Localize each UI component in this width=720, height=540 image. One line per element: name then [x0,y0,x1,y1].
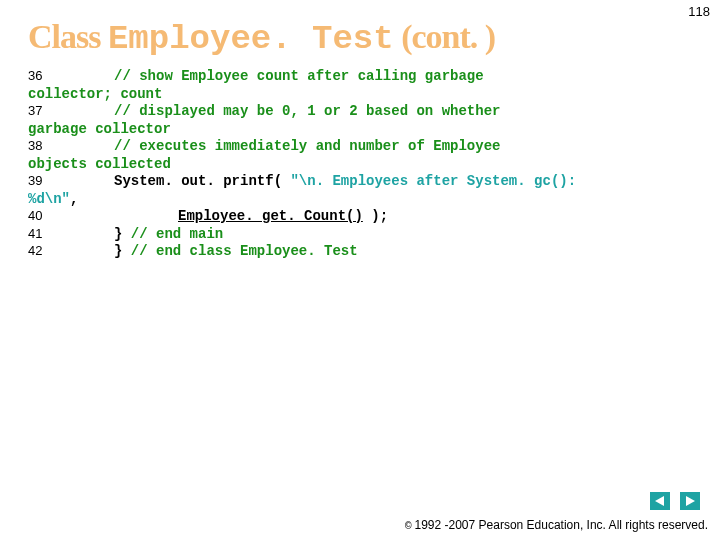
code-stmt: } [114,226,131,242]
code-wrap-37: garbage collector [28,121,700,139]
line-number: 39 [28,173,114,189]
nav-buttons [650,492,700,510]
line-number: 40 [28,208,178,224]
code-comment: // show Employee count after calling gar… [114,68,484,84]
footer-text: 1992 -2007 Pearson Education, Inc. All r… [414,518,708,532]
code-line-40: 40Employee. get. Count() ); [28,208,700,226]
code-line-37: 37// displayed may be 0, 1 or 2 based on… [28,103,700,121]
line-number: 37 [28,103,114,119]
prev-button[interactable] [650,492,670,510]
code-string: "\n. Employees after System. gc(): [290,173,576,189]
line-number: 42 [28,243,114,259]
line-number: 36 [28,68,114,84]
code-stmt: System. out. printf( [114,173,290,189]
code-string-wrap: %d\n" [28,191,70,207]
page-number: 118 [688,4,710,19]
code-end: ); [363,208,388,224]
svg-marker-1 [686,496,695,506]
code-comma: , [70,191,78,207]
code-block: 36// show Employee count after calling g… [28,68,700,261]
code-comment: // end class Employee. Test [131,243,358,259]
code-comment: // end main [131,226,223,242]
title-suffix: (cont. ) [394,18,495,55]
copyright-icon: © [405,520,412,532]
title-prefix: Class [28,18,108,55]
code-line-38: 38// executes immediately and number of … [28,138,700,156]
triangle-left-icon [654,495,666,507]
line-number: 38 [28,138,114,154]
code-line-42: 42} // end class Employee. Test [28,243,700,261]
next-button[interactable] [680,492,700,510]
code-comment: // executes immediately and number of Em… [114,138,500,154]
code-line-39: 39System. out. printf( "\n. Employees af… [28,173,700,191]
code-wrap-39: %d\n", [28,191,700,209]
triangle-right-icon [684,495,696,507]
slide-title: Class Employee. Test (cont. ) [28,18,720,58]
line-number: 41 [28,226,114,242]
code-wrap-36: collector; count [28,86,700,104]
code-call: Employee. get. Count() [178,208,363,224]
svg-marker-0 [655,496,664,506]
title-mono: Employee. Test [108,20,394,58]
code-line-36: 36// show Employee count after calling g… [28,68,700,86]
code-wrap-38: objects collected [28,156,700,174]
footer: ©1992 -2007 Pearson Education, Inc. All … [405,518,708,532]
code-line-41: 41} // end main [28,226,700,244]
code-comment: // displayed may be 0, 1 or 2 based on w… [114,103,500,119]
code-stmt: } [114,243,131,259]
